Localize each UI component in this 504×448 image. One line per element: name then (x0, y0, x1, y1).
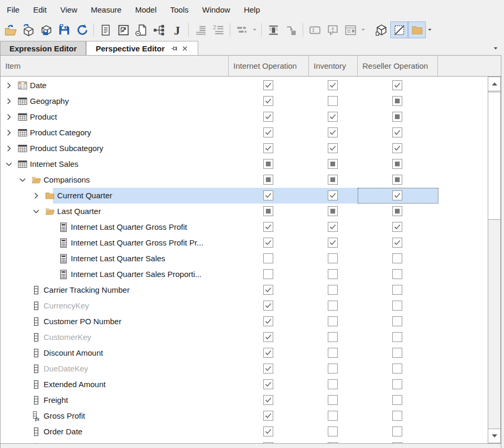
partition-page-button[interactable] (132, 22, 150, 38)
perspective-checkbox-checked[interactable] (392, 143, 402, 153)
close-icon[interactable] (180, 44, 189, 52)
tree-row[interactable]: Extended Amount (1, 377, 488, 392)
perspective-checkbox-unchecked[interactable] (392, 253, 402, 263)
perspective-checkbox-mixed[interactable] (392, 112, 402, 122)
perspective-checkbox-unchecked[interactable] (392, 426, 402, 436)
tree-row[interactable]: Internet Last Quarter Gross Profit Pr... (1, 235, 488, 251)
chevron-right-icon[interactable] (5, 113, 13, 121)
import-cube-button[interactable] (37, 22, 55, 38)
column-header-item[interactable]: Item (1, 56, 228, 76)
perspective-checkbox-mixed[interactable] (263, 159, 273, 169)
grid-format-button[interactable] (114, 22, 132, 38)
perspective-checkbox-checked[interactable] (392, 238, 402, 248)
tree-row[interactable]: Order Date (1, 424, 488, 440)
perspective-checkbox-checked[interactable] (392, 222, 402, 232)
tree-row[interactable]: Product (1, 109, 488, 125)
perspective-checkbox-checked[interactable] (328, 127, 338, 137)
column-header-internet-operation[interactable]: Internet Operation (228, 56, 308, 76)
menu-tools[interactable]: Tools (164, 1, 196, 18)
folder-button[interactable] (408, 22, 426, 38)
tree-row[interactable]: Product Category (1, 125, 488, 141)
tree-row[interactable]: Carrier Tracking Number (1, 282, 488, 298)
menu-edit[interactable]: Edit (26, 1, 53, 18)
save-button[interactable] (55, 22, 73, 38)
scrollbar-thumb[interactable] (488, 92, 501, 220)
tree-row[interactable]: Customer PO Number (1, 314, 488, 329)
perspective-checkbox-unchecked[interactable] (392, 269, 402, 279)
perspective-checkbox-checked[interactable] (328, 238, 338, 248)
perspective-checkbox-unchecked[interactable] (328, 285, 338, 295)
perspective-checkbox-checked[interactable] (263, 379, 273, 389)
perspective-checkbox-unchecked[interactable] (392, 301, 402, 311)
perspective-checkbox-checked[interactable] (263, 80, 273, 90)
diagonal-square-button[interactable] (390, 22, 408, 38)
menu-file[interactable]: File (0, 1, 26, 18)
hierarchy-button[interactable] (150, 22, 168, 38)
perspective-checkbox-mixed[interactable] (328, 206, 338, 216)
perspective-checkbox-mixed[interactable] (263, 175, 273, 185)
perspective-checkbox-unchecked[interactable] (328, 426, 338, 436)
perspective-checkbox-unchecked[interactable] (263, 253, 273, 263)
perspective-checkbox-unchecked[interactable] (328, 316, 338, 326)
perspective-checkbox-checked[interactable] (263, 332, 273, 342)
perspective-checkbox-unchecked[interactable] (392, 316, 402, 326)
chevron-right-icon[interactable] (5, 81, 13, 90)
open-folder-button[interactable] (2, 22, 19, 38)
perspective-checkbox-checked[interactable] (263, 364, 273, 374)
chevron-right-icon[interactable] (5, 144, 13, 153)
perspective-checkbox-mixed[interactable] (328, 175, 338, 185)
tree-row[interactable]: 12Date (1, 78, 488, 93)
perspective-checkbox-unchecked[interactable] (263, 269, 273, 279)
tree-row[interactable]: Geography (1, 93, 488, 109)
deploy-cube-button[interactable] (19, 22, 37, 38)
menu-model[interactable]: Model (128, 1, 164, 18)
perspective-checkbox-checked[interactable] (263, 285, 273, 295)
chevron-right-icon[interactable] (5, 129, 13, 137)
perspective-checkbox-checked[interactable] (263, 143, 273, 153)
tree-row[interactable]: Internet Last Quarter Sales (1, 251, 488, 266)
perspective-checkbox-checked[interactable] (328, 190, 338, 200)
cube-button[interactable] (372, 22, 390, 38)
perspective-checkbox-checked[interactable] (263, 316, 273, 326)
tree-row[interactable]: Comparisons (1, 172, 488, 188)
perspective-checkbox-unchecked[interactable] (328, 96, 338, 106)
column-header-filler[interactable] (437, 56, 501, 76)
chevron-down-icon[interactable] (32, 207, 40, 216)
perspective-checkbox-unchecked[interactable] (328, 364, 338, 374)
perspective-checkbox-unchecked[interactable] (392, 348, 402, 358)
perspective-checkbox-checked[interactable] (328, 143, 338, 153)
tree-row[interactable]: CustomerKey (1, 329, 488, 345)
chevron-down-icon[interactable] (18, 176, 27, 184)
tree-row[interactable]: Internet Last Quarter Gross Profit (1, 219, 488, 235)
tree-row[interactable]: Discount Amount (1, 345, 488, 361)
pin-icon[interactable] (170, 44, 178, 52)
chevron-right-icon[interactable] (5, 97, 13, 105)
vertical-scrollbar[interactable] (488, 77, 501, 443)
tree-row[interactable]: Internet Last Quarter Sales Proporti... (1, 266, 488, 282)
chevron-right-icon[interactable] (32, 191, 40, 200)
perspective-checkbox-unchecked[interactable] (328, 332, 338, 342)
tree-row[interactable]: Product Subcategory (1, 141, 488, 156)
menu-view[interactable]: View (53, 1, 84, 18)
perspective-checkbox-checked[interactable] (263, 348, 273, 358)
tree-row[interactable]: CurrencyKey (1, 298, 488, 314)
perspective-checkbox-checked[interactable] (263, 127, 273, 137)
perspective-checkbox-unchecked[interactable] (328, 348, 338, 358)
perspective-checkbox-unchecked[interactable] (392, 364, 402, 374)
perspective-checkbox-unchecked[interactable] (328, 411, 338, 421)
perspective-checkbox-mixed[interactable] (392, 175, 402, 185)
perspective-checkbox-checked[interactable] (263, 112, 273, 122)
perspective-checkbox-checked[interactable] (328, 112, 338, 122)
perspective-checkbox-unchecked[interactable] (328, 269, 338, 279)
tree-row[interactable]: fxGross Profit (1, 408, 488, 424)
menu-window[interactable]: Window (196, 1, 237, 18)
perspective-checkbox-mixed[interactable] (392, 96, 402, 106)
perspective-checkbox-checked[interactable] (392, 80, 402, 90)
tab-list-dropdown-icon[interactable] (492, 44, 500, 51)
scroll-down-button[interactable] (488, 429, 500, 443)
perspective-checkbox-checked[interactable] (263, 238, 273, 248)
tree-row[interactable]: Current Quarter (1, 188, 488, 204)
perspective-checkbox-checked[interactable] (263, 395, 273, 405)
perspective-checkbox-checked[interactable] (263, 426, 273, 436)
perspective-checkbox-checked[interactable] (263, 301, 273, 311)
